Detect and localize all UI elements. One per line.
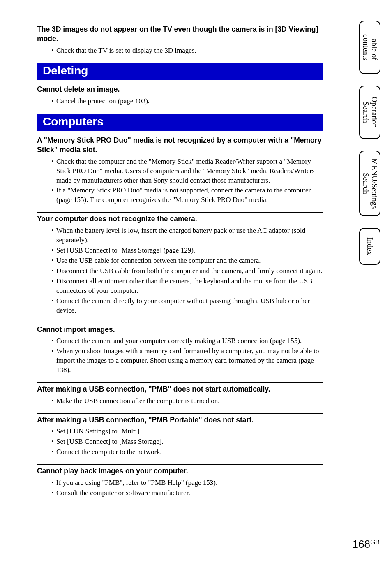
- list-item: If you are using "PMB", refer to "PMB He…: [51, 478, 323, 488]
- list-item: Make the USB connection after the comput…: [51, 396, 323, 406]
- list-item: Set [LUN Settings] to [Multi].: [51, 427, 323, 436]
- issue-block: After making a USB connection, "PMB Port…: [37, 413, 323, 457]
- list-item: When you shoot images with a memory card…: [51, 347, 323, 375]
- page-content: The 3D images do not appear on the TV ev…: [0, 0, 339, 498]
- list-item: Disconnect the USB cable from both the c…: [51, 266, 323, 276]
- issue-bullets: When the battery level is low, insert th…: [37, 226, 323, 315]
- tab-table-of-contents[interactable]: Table of contents: [359, 21, 380, 74]
- issue-bullets: Cancel the protection (page 103).: [37, 97, 323, 106]
- section-heading-deleting: Deleting: [37, 63, 323, 80]
- issue-block: Your computer does not recognize the cam…: [37, 212, 323, 315]
- issue-bullets: Connect the camera and your computer cor…: [37, 336, 323, 375]
- page-number-value: 168: [352, 538, 370, 550]
- list-item: Set [USB Connect] to [Mass Storage] (pag…: [51, 246, 323, 255]
- issue-heading: A "Memory Stick PRO Duo" media is not re…: [37, 136, 323, 155]
- issue-block: Cannot play back images on your computer…: [37, 464, 323, 498]
- tab-menu-settings-search[interactable]: MENU/Settings Search: [359, 151, 380, 216]
- issue-bullets: Check that the TV is set to display the …: [37, 46, 323, 56]
- issue-heading: After making a USB connection, "PMB Port…: [37, 415, 323, 425]
- tab-operation-search[interactable]: Operation Search: [359, 86, 380, 139]
- page-number: 168GB: [352, 538, 380, 551]
- list-item: Cancel the protection (page 103).: [51, 97, 323, 106]
- issue-heading: After making a USB connection, "PMB" doe…: [37, 385, 323, 394]
- side-nav-tabs: Table of contents Operation Search MENU/…: [359, 21, 380, 265]
- issue-block: Cannot import images. Connect the camera…: [37, 323, 323, 375]
- page-number-suffix: GB: [370, 539, 380, 546]
- list-item: Connect the computer to the network.: [51, 447, 323, 457]
- issue-heading: Cannot delete an image.: [37, 85, 323, 94]
- issue-bullets: If you are using "PMB", refer to "PMB He…: [37, 478, 323, 498]
- list-item: Use the USB cable for connection between…: [51, 256, 323, 266]
- issue-block: After making a USB connection, "PMB" doe…: [37, 382, 323, 406]
- list-item: Connect the camera and your computer cor…: [51, 336, 323, 346]
- issue-bullets: Set [LUN Settings] to [Multi]. Set [USB …: [37, 427, 323, 457]
- list-item: If a "Memory Stick PRO Duo" media is not…: [51, 186, 323, 205]
- issue-heading: Cannot import images.: [37, 325, 323, 334]
- list-item: Check that the TV is set to display the …: [51, 46, 323, 56]
- list-item: When the battery level is low, insert th…: [51, 226, 323, 245]
- issue-heading: Cannot play back images on your computer…: [37, 466, 323, 476]
- list-item: Connect the camera directly to your comp…: [51, 297, 323, 315]
- list-item: Check that the computer and the "Memory …: [51, 157, 323, 185]
- issue-block: A "Memory Stick PRO Duo" media is not re…: [37, 136, 323, 205]
- issue-heading: Your computer does not recognize the cam…: [37, 214, 323, 224]
- list-item: Set [USB Connect] to [Mass Storage].: [51, 437, 323, 447]
- issue-heading: The 3D images do not appear on the TV ev…: [37, 25, 323, 44]
- section-heading-computers: Computers: [37, 114, 323, 131]
- issue-block: Cannot delete an image. Cancel the prote…: [37, 85, 323, 106]
- tab-index[interactable]: Index: [359, 228, 380, 265]
- list-item: Disconnect all equipment other than the …: [51, 277, 323, 296]
- issue-bullets: Make the USB connection after the comput…: [37, 396, 323, 406]
- list-item: Consult the computer or software manufac…: [51, 489, 323, 498]
- issue-bullets: Check that the computer and the "Memory …: [37, 157, 323, 205]
- issue-block: The 3D images do not appear on the TV ev…: [37, 23, 323, 55]
